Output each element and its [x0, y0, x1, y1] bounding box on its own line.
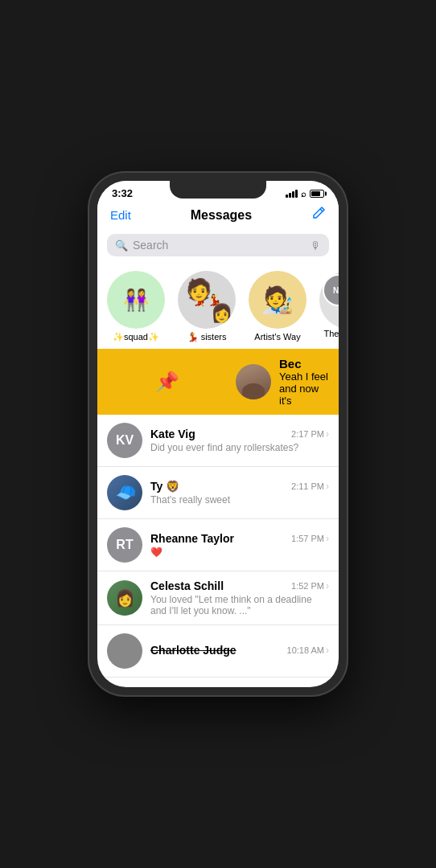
celesta-preview: You loved "Let me think on a deadline an… — [150, 594, 329, 616]
chevron-icon: › — [326, 580, 329, 592]
group-the-fam[interactable]: NS 😊 👦 The Fam 👨‍👩‍👧‍👦 — [319, 271, 339, 342]
search-input[interactable]: Search — [133, 239, 306, 252]
pinned-contact: Bec Yeah I feel and now it's — [236, 357, 329, 407]
celesta-name: Celesta Schill — [150, 579, 224, 592]
edit-button[interactable]: Edit — [110, 208, 131, 222]
pin-icon: 📌 — [155, 371, 179, 393]
chevron-icon: › — [326, 645, 329, 656]
phone-frame: 3:32 ⌕ Edit Messages — [89, 173, 347, 695]
bec-name: Bec — [279, 357, 329, 371]
wifi-icon: ⌕ — [301, 189, 306, 199]
sisters-avatar: 💃 💃 🧑 👩 — [178, 271, 236, 329]
compose-button[interactable] — [311, 206, 326, 224]
rheanne-preview: ❤️ — [150, 547, 329, 558]
kate-vig-content: Kate Vig 2:17 PM › Did you ever find any… — [150, 428, 329, 453]
message-row-kate-vig[interactable]: KV Kate Vig 2:17 PM › Did you ever find … — [97, 415, 339, 467]
pin-icon-area: 📌 — [107, 371, 228, 393]
bec-avatar — [236, 364, 271, 399]
ty-name: Ty 🦁 — [150, 480, 179, 493]
fam-label: The Fam 👨‍👩‍👧‍👦 — [323, 329, 339, 339]
message-row-charlotte[interactable]: Charlotte Judge 10:18 AM › — [97, 625, 339, 678]
group-artists-way[interactable]: 🧑‍🎨 Artist's Way — [249, 271, 306, 342]
phone-screen: 3:32 ⌕ Edit Messages — [97, 181, 339, 687]
kate-vig-name: Kate Vig — [150, 428, 195, 440]
mic-icon[interactable]: 🎙 — [311, 240, 321, 252]
kate-vig-preview: Did you ever find any rollerskates? — [150, 442, 329, 453]
status-time: 3:32 — [112, 187, 133, 199]
pinned-message-row[interactable]: 📌 Bec Yeah I feel and now it's — [97, 349, 339, 415]
sisters-label: 💃 sisters — [187, 332, 227, 342]
chevron-icon: › — [326, 533, 329, 544]
celesta-content: Celesta Schill 1:52 PM › You loved "Let … — [150, 579, 329, 616]
group-sisters[interactable]: 💃 💃 🧑 👩 💃 sisters — [178, 271, 236, 342]
squad-avatar: 👭 — [107, 271, 165, 329]
celesta-avatar: 👩 — [107, 580, 142, 616]
fam-avatar: NS 😊 👦 — [319, 271, 339, 329]
search-icon: 🔍 — [115, 240, 128, 252]
rheanne-name: Rheanne Taylor — [150, 532, 234, 545]
artists-way-label: Artist's Way — [254, 332, 300, 342]
celesta-time: 1:52 PM › — [291, 580, 329, 592]
page-title: Messages — [191, 208, 253, 223]
status-icons: ⌕ — [286, 189, 324, 199]
ty-content: Ty 🦁 2:11 PM › That's really sweet — [150, 480, 329, 506]
charlotte-avatar — [107, 633, 142, 669]
chevron-icon: › — [326, 481, 329, 492]
message-row-rheanne[interactable]: RT Rheanne Taylor 1:57 PM › ❤️ — [97, 519, 339, 571]
chevron-icon: › — [326, 428, 329, 440]
kate-vig-time: 2:17 PM › — [291, 428, 329, 440]
battery-icon — [310, 190, 324, 198]
kate-vig-avatar: KV — [107, 423, 142, 458]
signal-icon — [286, 190, 298, 198]
ty-preview: That's really sweet — [150, 494, 329, 506]
nav-bar: Edit Messages — [97, 203, 339, 231]
message-list: 📌 Bec Yeah I feel and now it's KV — [97, 349, 339, 678]
rheanne-avatar: RT — [107, 527, 142, 563]
search-bar[interactable]: 🔍 Search 🎙 — [107, 234, 329, 256]
charlotte-time: 10:18 AM › — [287, 645, 329, 656]
squad-label: ✨squad✨ — [113, 332, 159, 342]
ty-time: 2:11 PM › — [291, 481, 329, 492]
bec-info: Bec Yeah I feel and now it's — [279, 357, 329, 407]
pinned-groups: 👭 ✨squad✨ 💃 💃 🧑 👩 💃 sisters — [97, 264, 339, 349]
charlotte-content: Charlotte Judge 10:18 AM › — [150, 644, 329, 658]
rheanne-time: 1:57 PM › — [291, 533, 329, 544]
artists-way-avatar: 🧑‍🎨 — [249, 271, 306, 329]
notch — [170, 181, 266, 199]
rheanne-content: Rheanne Taylor 1:57 PM › ❤️ — [150, 532, 329, 558]
group-squad[interactable]: 👭 ✨squad✨ — [107, 271, 165, 342]
charlotte-name: Charlotte Judge — [150, 644, 237, 657]
bec-preview: Yeah I feel and now it's — [279, 371, 329, 407]
message-row-celesta[interactable]: 👩 Celesta Schill 1:52 PM › You loved "Le… — [97, 571, 339, 625]
message-row-ty[interactable]: 🧢 Ty 🦁 2:11 PM › That's really sweet — [97, 467, 339, 519]
ty-avatar: 🧢 — [107, 475, 142, 510]
